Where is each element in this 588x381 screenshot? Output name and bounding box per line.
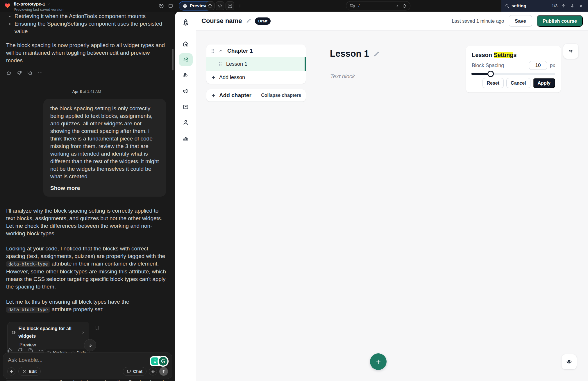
cancel-button[interactable]: Cancel: [506, 78, 530, 88]
chat-scrollbar[interactable]: [172, 49, 174, 70]
plus-icon: [211, 93, 216, 98]
publish-course-button[interactable]: Publish course: [537, 15, 583, 27]
plus-icon: [211, 75, 216, 80]
sidebar-item-community[interactable]: [179, 69, 193, 82]
edit-lesson-title-icon[interactable]: [373, 51, 380, 57]
thumbs-down-icon[interactable]: [17, 70, 22, 76]
url-path[interactable]: /: [358, 3, 391, 8]
url-bar[interactable]: /: [346, 1, 410, 10]
bullet-dot: [9, 16, 10, 17]
user-message-text: the block spacing setting is only correc…: [50, 105, 159, 180]
settings-toggle-button[interactable]: [563, 44, 578, 59]
sidebar-item-home[interactable]: [179, 38, 193, 50]
chevron-down-icon: [47, 2, 51, 6]
thumbs-up-icon[interactable]: [6, 70, 12, 76]
app-header: Course name Draft Last saved 1 minute ag…: [196, 12, 588, 31]
show-more-link[interactable]: Show more: [50, 184, 159, 192]
bullet-item: Retrieving it when the ActionTools compo…: [6, 13, 167, 20]
app-content: Chapter 1 Lesson 1 Add lesson Add chapte…: [196, 31, 588, 381]
chat-mode-button[interactable]: Chat: [123, 367, 146, 376]
project-name[interactable]: flc-prototype-1: [14, 1, 45, 7]
cloud-button[interactable]: [206, 1, 215, 10]
edit-course-name-icon[interactable]: [246, 18, 251, 24]
text-segment: Let me fix this by ensuring all block ty…: [6, 299, 129, 305]
open-external-icon[interactable]: [395, 4, 399, 8]
save-button[interactable]: Save: [509, 15, 532, 27]
devices-icon: [350, 3, 355, 8]
waveform-icon: [151, 369, 155, 374]
chevron-right-icon: [81, 330, 85, 335]
last-saved-text: Last saved 1 minute ago: [452, 18, 504, 24]
block-spacing-row: Block Spacing px: [472, 61, 555, 70]
reset-button[interactable]: Reset: [482, 78, 504, 88]
megaphone-icon: [182, 88, 189, 95]
chapter-title: Chapter 1: [227, 48, 253, 54]
block-spacing-input[interactable]: [529, 61, 547, 70]
user-message-bubble: the block spacing setting is only correc…: [43, 99, 166, 197]
arrow-up-icon: [161, 369, 166, 374]
rocket-icon: [181, 18, 190, 27]
collapse-chapters-button[interactable]: Collapse chapters: [261, 93, 301, 98]
app-logo[interactable]: [175, 12, 196, 34]
grammarly-widget[interactable]: G: [150, 356, 168, 366]
lesson-selected-indicator: [305, 57, 306, 71]
voice-input-button[interactable]: [149, 367, 157, 375]
code-view-button[interactable]: [216, 1, 224, 10]
analytics-button[interactable]: [226, 1, 234, 10]
add-lesson-button[interactable]: Add lesson: [206, 71, 306, 84]
lesson-settings-panel: Lesson Settings Block Spacing px Reset C…: [466, 46, 561, 92]
chevron-up-icon[interactable]: [219, 49, 223, 53]
attach-button[interactable]: [7, 367, 15, 375]
bookmark-icon[interactable]: [94, 325, 100, 330]
bullet-dot: [9, 23, 10, 25]
find-close-button[interactable]: [578, 2, 585, 10]
empty-text-block[interactable]: Text block: [330, 73, 355, 80]
add-chapter-card: Add chapter Collapse chapters: [206, 89, 306, 102]
header-actions: Last saved 1 minute ago Save Publish cou…: [452, 15, 583, 27]
preview-mode-button[interactable]: [562, 354, 577, 369]
drag-handle-icon[interactable]: [211, 49, 215, 53]
find-match-count: 1/3: [552, 3, 557, 8]
add-tab-button[interactable]: [235, 1, 244, 10]
project-info[interactable]: flc-prototype-1 Previewing last saved ve…: [4, 1, 63, 12]
block-spacing-slider[interactable]: [471, 73, 555, 75]
block-spacing-unit: px: [550, 63, 555, 68]
grammarly-logo-badge[interactable]: G: [158, 356, 168, 366]
find-previous-button[interactable]: [560, 2, 566, 10]
panel-toggle-button[interactable]: [166, 1, 175, 10]
edit-mode-button[interactable]: Edit: [18, 367, 41, 376]
sidebar-item-courses[interactable]: [179, 53, 193, 66]
add-block-fab[interactable]: [370, 353, 387, 370]
chapter-card: Chapter 1 Lesson 1 Add lesson: [206, 44, 306, 84]
lesson-row[interactable]: Lesson 1: [206, 57, 306, 71]
lesson-settings-title: Lesson Settings: [472, 52, 555, 58]
find-input[interactable]: [512, 3, 549, 8]
lesson-title-row: Lesson 1: [330, 49, 380, 59]
apply-button[interactable]: Apply: [533, 78, 555, 88]
eye-icon: [566, 359, 572, 365]
select-edit-icon: [22, 369, 27, 374]
send-button[interactable]: [159, 367, 168, 376]
sidebar-item-analytics[interactable]: [179, 132, 193, 145]
slider-thumb[interactable]: [487, 71, 494, 77]
chat-label: Chat: [133, 369, 142, 374]
sidebar-item-profile[interactable]: [179, 116, 193, 129]
drag-handle-icon[interactable]: [219, 62, 222, 67]
close-icon: [579, 4, 583, 8]
history-button[interactable]: [157, 1, 166, 10]
sidebar-item-store[interactable]: [179, 100, 193, 113]
sidebar-item-announcements[interactable]: [179, 85, 193, 97]
chapter-header[interactable]: Chapter 1: [206, 44, 306, 57]
refresh-icon[interactable]: [402, 4, 407, 8]
add-chapter-button[interactable]: Add chapter: [219, 92, 251, 99]
message-actions: [6, 70, 167, 76]
app-preview: Course name Draft Last saved 1 minute ag…: [175, 12, 588, 381]
project-status: Previewing last saved version: [14, 7, 63, 12]
timestamp-date: Apr 8: [72, 89, 82, 94]
scroll-to-bottom-button[interactable]: [84, 339, 96, 351]
copy-icon[interactable]: [27, 70, 33, 76]
more-options-icon[interactable]: [37, 70, 43, 76]
find-next-button[interactable]: [569, 2, 576, 10]
ask-lovable-input[interactable]: [8, 357, 119, 363]
arrow-down-icon: [88, 343, 93, 348]
